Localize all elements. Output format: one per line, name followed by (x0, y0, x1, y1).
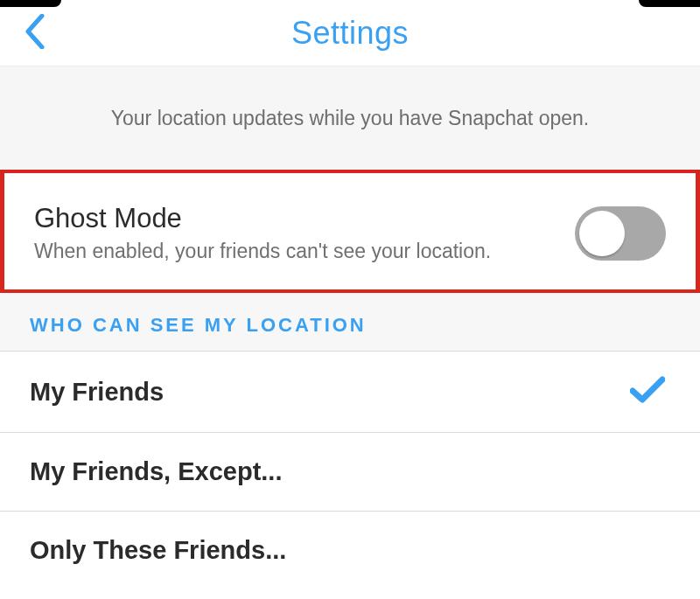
ghost-mode-toggle[interactable] (575, 206, 666, 261)
option-label: My Friends, Except... (30, 457, 282, 486)
who-can-see-header-text: WHO CAN SEE MY LOCATION (30, 314, 670, 337)
page-title: Settings (291, 15, 409, 52)
ghost-mode-title: Ghost Mode (34, 203, 557, 234)
option-my-friends[interactable]: My Friends (0, 352, 700, 433)
checkmark-icon (630, 376, 665, 407)
location-info-banner: Your location updates while you have Sna… (0, 66, 700, 171)
back-button[interactable] (24, 14, 46, 52)
location-info-text: Your location updates while you have Sna… (18, 107, 682, 130)
ghost-mode-row: Ghost Mode When enabled, your friends ca… (0, 170, 700, 293)
option-label: Only These Friends... (30, 536, 286, 565)
ghost-mode-description: When enabled, your friends can't see you… (34, 240, 557, 263)
who-can-see-section-header: WHO CAN SEE MY LOCATION (0, 293, 700, 352)
option-my-friends-except[interactable]: My Friends, Except... (0, 433, 700, 512)
header-bar: Settings (0, 0, 700, 66)
chevron-left-icon (24, 14, 46, 49)
option-only-these-friends[interactable]: Only These Friends... (0, 512, 700, 589)
option-label: My Friends (30, 378, 164, 407)
toggle-knob (579, 211, 625, 256)
ghost-mode-text-block: Ghost Mode When enabled, your friends ca… (34, 203, 575, 263)
